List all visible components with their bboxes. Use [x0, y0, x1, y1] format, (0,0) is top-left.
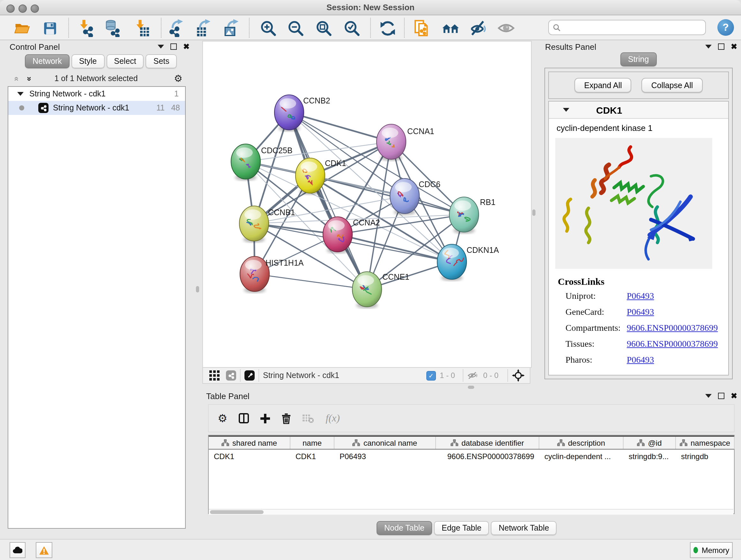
zoom-out-icon[interactable]: [286, 18, 305, 38]
crosslink-link[interactable]: P06493: [627, 355, 654, 365]
home-layout-icon[interactable]: [441, 18, 460, 38]
panel-close-icon[interactable]: ✖: [731, 393, 737, 399]
zoom-fit-icon[interactable]: [314, 18, 333, 38]
table-cell[interactable]: 9606.ENSP00000378699: [436, 449, 539, 463]
table-cell[interactable]: stringdb:9...: [623, 449, 676, 463]
crosslink-label: GeneCard:: [565, 307, 627, 317]
tab-sets[interactable]: Sets: [146, 54, 177, 68]
tab-node-table[interactable]: Node Table: [377, 521, 432, 535]
table-gear-icon[interactable]: ⚙: [218, 412, 227, 425]
save-session-icon[interactable]: [40, 18, 59, 38]
network-view-dot-icon: [19, 105, 24, 111]
cloud-button[interactable]: [10, 542, 25, 558]
expand-all-button[interactable]: Expand All: [575, 78, 631, 92]
show-columns-icon[interactable]: [239, 413, 249, 423]
export-table-icon[interactable]: [193, 18, 212, 38]
crosslink-link[interactable]: P06493: [627, 291, 654, 301]
export-image-icon[interactable]: [221, 18, 241, 38]
section-collapse-icon[interactable]: [563, 108, 569, 112]
table-row[interactable]: CDK1CDK1P064939606.ENSP00000378699cyclin…: [209, 449, 734, 463]
network-collection-row[interactable]: String Network - cdk1 1: [8, 87, 185, 101]
tab-edge-table[interactable]: Edge Table: [434, 521, 489, 535]
import-network-file-icon[interactable]: [77, 18, 96, 38]
table-horizontal-scrollbar[interactable]: [209, 509, 733, 515]
tab-style[interactable]: Style: [71, 54, 105, 68]
column-label: namespace: [690, 438, 730, 447]
panel-float-icon[interactable]: [171, 44, 177, 50]
panel-close-icon[interactable]: ✖: [183, 44, 190, 50]
table-cell[interactable]: CDK1: [290, 449, 334, 463]
collection-count: 1: [174, 89, 179, 98]
string-results-box: Expand All Collapse All CDK1 cyclin-depe…: [544, 68, 733, 379]
panel-float-icon[interactable]: [718, 44, 724, 50]
import-table-icon[interactable]: [133, 18, 152, 38]
open-session-icon[interactable]: [12, 18, 31, 38]
network-view-canvas[interactable]: CCNB2CCNA1CDC25BCDK1CDC6RB1CCNB1CCNA2CDK…: [202, 41, 532, 368]
crosslink-link[interactable]: 9606.ENSP00000378699: [627, 323, 718, 333]
network-row[interactable]: String Network - cdk1 11 48: [8, 101, 185, 115]
crosslink-link[interactable]: 9606.ENSP00000378699: [627, 339, 718, 349]
column-header-@id[interactable]: @id: [623, 437, 676, 449]
collapse-all-button[interactable]: Collapse All: [642, 78, 703, 92]
panel-close-icon[interactable]: ✖: [731, 44, 737, 50]
node-label-CCNB2: CCNB2: [303, 96, 330, 105]
show-panels-eye-icon[interactable]: [496, 18, 516, 38]
add-column-icon[interactable]: [261, 414, 270, 423]
column-header-database-identifier[interactable]: database identifier: [436, 437, 539, 449]
clone-network-view-icon[interactable]: [412, 18, 431, 38]
toolbar-separator: [370, 18, 371, 38]
window-title: Session: New Session: [0, 3, 741, 12]
splitter-handle[interactable]: [532, 209, 536, 216]
tab-string[interactable]: String: [620, 52, 657, 66]
scrollbar-thumb[interactable]: [210, 510, 264, 514]
zoom-in-icon[interactable]: [259, 18, 278, 38]
zoom-selected-icon[interactable]: [342, 18, 361, 38]
toolbar-separator: [508, 369, 508, 382]
column-tree-icon: [557, 439, 565, 446]
column-header-shared-name[interactable]: shared name: [209, 437, 290, 449]
delete-column-trash-icon[interactable]: [282, 413, 291, 424]
hide-panels-eye-slash-icon[interactable]: [468, 18, 488, 38]
import-network-database-icon[interactable]: [104, 18, 123, 38]
fit-content-crosshair-icon[interactable]: [512, 369, 525, 382]
crosslink-link[interactable]: P06493: [627, 307, 654, 317]
control-panel-title: Control Panel: [10, 42, 60, 52]
table-cell[interactable]: CDK1: [209, 449, 290, 463]
string-view-icon[interactable]: [226, 370, 236, 381]
help-button[interactable]: ?: [718, 19, 734, 36]
splitter-handle[interactable]: [196, 286, 199, 293]
warnings-button[interactable]: [36, 542, 52, 558]
memory-button[interactable]: Memory: [690, 542, 733, 558]
tab-select[interactable]: Select: [106, 54, 144, 68]
crosslink-row: Compartments:9606.ENSP00000378699: [565, 323, 728, 333]
panel-menu-icon[interactable]: [705, 394, 712, 398]
birds-eye-view-icon[interactable]: [209, 370, 219, 381]
column-header-namespace[interactable]: namespace: [676, 437, 735, 449]
search-input[interactable]: [564, 22, 701, 33]
gear-icon[interactable]: ⚙: [174, 73, 183, 84]
table-cell[interactable]: cyclin-dependent ...: [539, 449, 623, 463]
tab-network-table[interactable]: Network Table: [491, 521, 557, 535]
detach-view-icon[interactable]: [245, 370, 255, 381]
column-header-name[interactable]: name: [290, 437, 334, 449]
search-field[interactable]: [548, 20, 706, 35]
crosslink-label: Pharos:: [565, 355, 627, 365]
table-cell[interactable]: stringdb: [676, 449, 735, 463]
gene-section: CDK1 cyclin-dependent kinase 1: [548, 101, 729, 375]
column-header-description[interactable]: description: [539, 437, 623, 449]
gene-section-header[interactable]: CDK1: [549, 102, 728, 119]
panel-menu-icon[interactable]: [158, 45, 164, 49]
tree-expand-icon[interactable]: [17, 92, 23, 96]
string-network-icon: [38, 103, 49, 113]
export-network-icon[interactable]: [166, 18, 185, 38]
panel-menu-icon[interactable]: [705, 45, 712, 49]
selected-checkbox-icon[interactable]: ✓: [426, 371, 436, 380]
main-toolbar: ?: [0, 15, 741, 40]
table-cell[interactable]: P06493: [334, 449, 436, 463]
column-label: canonical name: [363, 438, 417, 447]
status-bar: Memory: [0, 539, 741, 560]
tab-network[interactable]: Network: [25, 54, 70, 68]
panel-float-icon[interactable]: [718, 393, 724, 399]
column-header-canonical-name[interactable]: canonical name: [334, 437, 436, 449]
refresh-icon[interactable]: [378, 18, 397, 38]
